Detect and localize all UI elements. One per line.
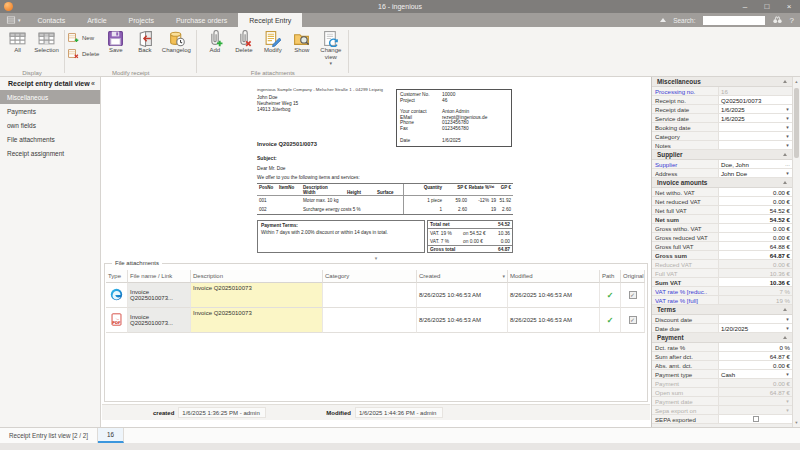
ribbon-add-button[interactable]: Add	[200, 28, 229, 54]
panel-section-invoice-amounts[interactable]: Invoice amounts	[652, 178, 792, 188]
panel-section-terms[interactable]: Terms	[652, 305, 792, 315]
dropdown-arrow-icon[interactable]: ▾	[783, 324, 792, 332]
dropdown-arrow-icon[interactable]: ▾	[783, 132, 792, 140]
dropdown-arrow-icon[interactable]: ▾	[783, 169, 792, 177]
field-value-net-full-vat[interactable]: 54.52 €	[719, 206, 792, 214]
lookup-ellipsis-button[interactable]: …	[783, 160, 792, 168]
sidebar-item-payments[interactable]: Payments	[0, 104, 100, 118]
field-label-supplier[interactable]: Supplier	[655, 160, 719, 168]
attachments-column-file-name-link[interactable]: File name / Link	[128, 270, 191, 283]
dropdown-arrow-icon[interactable]: ▾	[783, 123, 792, 131]
ribbon-new-button[interactable]: New	[68, 32, 99, 43]
minimize-button[interactable]: –	[734, 0, 756, 13]
attachment-file-name[interactable]: Invoice Q2025010073...	[128, 283, 191, 308]
field-label-vat-rate-full[interactable]: VAT rate % [full]	[655, 296, 719, 304]
field-value-net-witho-vat[interactable]: 0.00 €	[719, 188, 792, 196]
field-value-supplier[interactable]: Doe, John	[719, 160, 783, 168]
sidebar-item-file-attachments[interactable]: File attachments	[0, 132, 100, 146]
attachments-column-description[interactable]: Description	[191, 270, 323, 283]
field-value-service-date[interactable]: 1/6/2025	[719, 114, 783, 122]
menu-tab-contacts[interactable]: Contacts	[27, 13, 77, 27]
attachment-description[interactable]: Invoice Q2025010073	[191, 308, 323, 333]
dropdown-arrow-icon[interactable]: ▾	[783, 114, 792, 122]
field-value-net-reduced-vat[interactable]: 0.00 €	[719, 197, 792, 205]
field-value-category[interactable]	[719, 132, 783, 140]
field-value-gross-full-vat[interactable]: 64.88 €	[719, 242, 792, 250]
ribbon-show-button[interactable]: Show	[287, 28, 316, 54]
binoculars-search-icon[interactable]	[772, 14, 783, 26]
attachment-description[interactable]: Invoice Q2025010073	[191, 283, 323, 308]
attachments-column-category[interactable]: Category	[323, 270, 417, 283]
sidebar-collapse-icon[interactable]: «	[91, 80, 95, 87]
menu-tab-projects[interactable]: Projects	[118, 13, 165, 27]
collapse-section-icon[interactable]	[783, 181, 787, 184]
panel-section-payment[interactable]: Payment	[652, 333, 792, 343]
collapse-section-icon[interactable]	[783, 308, 787, 311]
dropdown-arrow-icon[interactable]: ▾	[783, 141, 792, 149]
ribbon-back-button[interactable]: Back	[130, 28, 159, 54]
splitter-handle[interactable]: ▾	[102, 255, 650, 261]
field-value-sum-after-dct[interactable]: 64.87 €	[719, 352, 792, 360]
field-value-address[interactable]: John Doe	[719, 169, 783, 177]
field-value-notes[interactable]	[719, 141, 783, 149]
attachments-column-created[interactable]: Created▾	[417, 270, 508, 283]
app-menu-button[interactable]: ▾	[0, 13, 27, 27]
field-label-vat-rate-reduc[interactable]: VAT rate % [reduc..	[655, 287, 719, 295]
dropdown-arrow-icon[interactable]: ▾	[783, 105, 792, 113]
menu-tab-purchase-orders[interactable]: Purchase orders	[165, 13, 238, 27]
field-label-processing-no[interactable]: Processing no.	[655, 87, 719, 95]
ribbon-delete-button[interactable]: Delete	[68, 48, 99, 59]
field-value-gross-reduced-vat[interactable]: 0.00 €	[719, 233, 792, 241]
search-input[interactable]	[703, 16, 765, 25]
original-checkbox[interactable]: ✓	[629, 316, 637, 324]
ribbon-delete-button[interactable]: Delete	[229, 28, 258, 54]
field-value-dct-rate[interactable]: 0 %	[719, 343, 792, 351]
help-icon[interactable]: ?	[790, 16, 794, 25]
collapse-section-icon[interactable]	[783, 153, 787, 156]
field-value-sepa-exported[interactable]	[719, 415, 792, 423]
scroll-down-icon[interactable]: ▾	[793, 418, 800, 427]
menu-tab-article[interactable]: Article	[76, 13, 117, 27]
attachments-column-original[interactable]: Original	[621, 270, 645, 283]
ribbon-save-button[interactable]: Save	[101, 28, 130, 54]
original-checkbox[interactable]: ✓	[629, 291, 637, 299]
collapse-section-icon[interactable]	[783, 80, 787, 83]
field-value-date-due[interactable]: 1/20/2025	[719, 324, 783, 332]
ribbon-selection-button[interactable]: Selection	[32, 28, 61, 54]
view-tab-receipt-entry-list-view-2-2[interactable]: Receipt Entry list view [2 / 2]	[0, 428, 98, 443]
attachment-category[interactable]	[323, 308, 417, 333]
close-button[interactable]: ×	[778, 0, 800, 13]
field-value-booking-date[interactable]	[719, 123, 783, 131]
panel-section-supplier[interactable]: Supplier	[652, 150, 792, 160]
menu-tab-receipt-entry[interactable]: Receipt Entry	[238, 13, 302, 27]
dropdown-arrow-icon[interactable]: ▾	[783, 370, 792, 378]
field-value-net-sum[interactable]: 54.52 €	[719, 215, 792, 223]
field-value-gross-witho-vat[interactable]: 0.00 €	[719, 224, 792, 232]
attachments-column-type[interactable]: Type	[106, 270, 128, 283]
sidebar-item-own-fields[interactable]: own fields	[0, 118, 100, 132]
field-value-gross-sum[interactable]: 64.87 €	[719, 251, 792, 259]
dropdown-arrow-icon[interactable]: ▾	[783, 406, 792, 414]
ribbon-changelog-button[interactable]: Changelog	[159, 28, 193, 54]
field-value-abs-amt-dct[interactable]: 0.00 €	[719, 361, 792, 369]
field-value-sum-vat[interactable]: 10.36 €	[719, 278, 792, 286]
ribbon-all-button[interactable]: All	[3, 28, 32, 54]
attachment-file-name[interactable]: Invoice Q2025010073...	[128, 308, 191, 333]
maximize-button[interactable]: □	[756, 0, 778, 13]
scrollbar-thumb[interactable]	[794, 88, 799, 158]
field-value-receipt-date[interactable]: 1/6/2025	[719, 105, 783, 113]
dropdown-arrow-icon[interactable]: ▾	[783, 397, 792, 405]
attachment-category[interactable]	[323, 283, 417, 308]
collapse-section-icon[interactable]	[783, 336, 787, 339]
sidebar-item-receipt-assignment[interactable]: Receipt assignment	[0, 146, 100, 160]
field-value-receipt-no[interactable]: Q202501/0073	[719, 96, 792, 104]
attachments-column-path[interactable]: Path	[600, 270, 621, 283]
dropdown-arrow-icon[interactable]: ▾	[783, 315, 792, 323]
vertical-scrollbar[interactable]: ▴ ▾	[792, 77, 800, 427]
ribbon-change-view-button[interactable]: Change view▾	[316, 28, 345, 67]
attachments-column-modified[interactable]: Modified	[508, 270, 600, 283]
panel-section-miscellaneous[interactable]: Miscellaneous	[652, 77, 792, 87]
field-value-discount-date[interactable]	[719, 315, 783, 323]
view-tab-16[interactable]: 16	[98, 428, 124, 443]
field-value-payment-type[interactable]: Cash	[719, 370, 783, 378]
